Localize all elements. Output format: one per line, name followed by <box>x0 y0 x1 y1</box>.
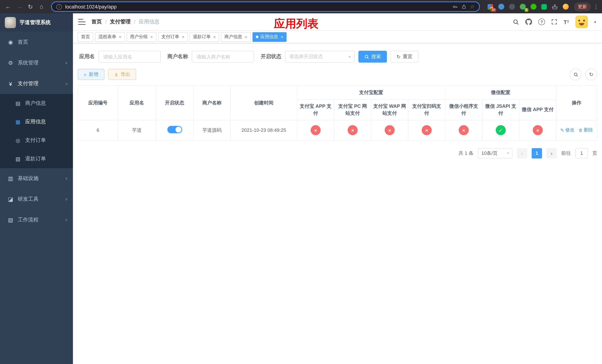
toolbox-icon: ◪ <box>7 196 14 203</box>
tab-pay-orders[interactable]: 支付订单× <box>158 32 188 42</box>
sidebar-item-workflow[interactable]: ▨ 工作流程 > <box>0 210 73 230</box>
extension-grid-icon[interactable]: 10 <box>487 3 494 10</box>
reset-button[interactable]: ↻ 重置 <box>391 51 418 63</box>
show-search-toggle-button[interactable] <box>570 68 582 80</box>
delete-link-label: 删除 <box>584 127 593 133</box>
tab-process-form[interactable]: 流程表单× <box>95 32 125 42</box>
app-name-input[interactable] <box>98 51 161 63</box>
extension-wechat-icon[interactable] <box>530 3 537 10</box>
browser-menu-icon[interactable]: ⋮ <box>593 3 599 10</box>
extension-green-avatar-icon[interactable]: 1 <box>519 3 526 10</box>
grid-icon: ▦ <box>15 119 21 125</box>
tab-user-group[interactable]: 用户分组× <box>127 32 156 42</box>
sidebar-item-label: 研发工具 <box>18 196 39 203</box>
close-icon[interactable]: × <box>281 34 283 39</box>
browser-home-button[interactable]: ⌂ <box>36 1 47 12</box>
dashboard-icon: ◉ <box>7 39 14 45</box>
app-logo-row[interactable]: 芋道管理系统 <box>0 13 73 32</box>
share-icon[interactable] <box>462 4 467 9</box>
sidebar-item-system[interactable]: ⚙ 系统管理 > <box>0 53 73 73</box>
extension-badge-small: 1 <box>525 8 528 12</box>
breadcrumb-payment[interactable]: 支付管理 <box>110 19 131 25</box>
extensions-puzzle-icon[interactable] <box>552 3 558 10</box>
status-label: 开启状态 <box>261 53 281 60</box>
extension-green-square-icon[interactable] <box>541 3 547 10</box>
bookmark-star-icon[interactable]: ☆ <box>470 4 475 10</box>
sidebar-item-dev-tools[interactable]: ◪ 研发工具 > <box>0 189 73 210</box>
status-select[interactable]: 请选择开启状态 ▾ <box>285 51 355 63</box>
browser-toolbar: ← → ↻ ⌂ i localhost:1024/pay/app ☆ 10 <box>0 0 602 13</box>
extension-blue-icon[interactable] <box>498 3 504 10</box>
refresh-table-button[interactable]: ↻ <box>585 68 597 80</box>
next-page-button[interactable]: › <box>547 148 557 158</box>
page-content: 应用名 商户名称 开启状态 请选择开启状态 ▾ 搜索 ↻ 重 <box>73 43 602 364</box>
close-icon[interactable]: × <box>150 34 153 39</box>
export-button[interactable]: 导出 <box>108 69 136 80</box>
app-name-label: 应用名 <box>79 53 95 60</box>
extension-emoji-icon[interactable] <box>562 3 569 10</box>
browser-refresh-button[interactable]: ↻ <box>25 1 35 12</box>
breadcrumb-separator: / <box>105 19 107 25</box>
sidebar-collapse-icon[interactable] <box>78 19 86 25</box>
tab-refund-orders[interactable]: 退款订单× <box>190 32 219 42</box>
edit-link-label: 修改 <box>565 127 574 133</box>
breadcrumb-home[interactable]: 首页 <box>91 19 102 25</box>
sidebar-item-payment[interactable]: ¥ 支付管理 > <box>0 73 73 94</box>
close-icon[interactable]: × <box>182 34 184 39</box>
user-avatar[interactable] <box>575 16 588 28</box>
sidebar-item-home[interactable]: ◉ 首页 <box>0 32 73 53</box>
goto-label: 前往 <box>561 150 571 156</box>
cell-app-id: 6 <box>78 120 118 140</box>
browser-update-button[interactable]: 更新 <box>574 2 591 11</box>
extension-dark-icon[interactable] <box>509 3 515 10</box>
goto-page-input[interactable] <box>575 148 588 158</box>
search-button[interactable]: 搜索 <box>358 51 387 63</box>
close-icon[interactable]: × <box>245 34 247 39</box>
current-page-button[interactable]: 1 <box>532 148 542 158</box>
sidebar-item-merchant-info[interactable]: ▤ 商户信息 <box>0 94 73 113</box>
delete-link[interactable]: 删除 <box>578 127 593 133</box>
sidebar-item-refund-orders[interactable]: ▧ 退款订单 <box>0 150 73 168</box>
help-icon[interactable]: ? <box>538 19 545 25</box>
close-icon[interactable]: × <box>119 34 121 39</box>
status-select-placeholder: 请选择开启状态 <box>289 53 323 60</box>
pagination: 共 1 条 10条/页 ▾ ‹ 1 › 前往 页 <box>78 148 597 158</box>
search-button-label: 搜索 <box>371 53 381 60</box>
close-icon[interactable]: × <box>213 34 216 39</box>
cell-alipay-wap: × <box>371 120 408 140</box>
fullscreen-icon[interactable] <box>551 19 557 25</box>
status-cross-icon: × <box>422 125 432 135</box>
filter-form: 应用名 商户名称 开启状态 请选择开启状态 ▾ 搜索 ↻ 重 <box>78 51 597 63</box>
github-icon[interactable] <box>526 19 532 25</box>
password-key-icon[interactable] <box>453 4 458 10</box>
sidebar-item-app-info[interactable]: ▦ 应用信息 <box>0 113 73 131</box>
tab-home[interactable]: 首页 <box>78 32 93 42</box>
edit-link[interactable]: ✎修改 <box>560 127 575 133</box>
extensions-area: 10 1 <box>487 3 569 10</box>
sidebar-item-infrastructure[interactable]: ▥ 基础设施 > <box>0 168 73 189</box>
browser-forward-button[interactable]: → <box>14 1 24 12</box>
browser-back-button[interactable]: ← <box>3 1 13 12</box>
merchant-name-input[interactable] <box>192 51 254 63</box>
navbar-actions: ? TT ▾ <box>513 16 596 28</box>
tab-label: 用户分组 <box>130 34 148 40</box>
sidebar-item-pay-orders[interactable]: ◎ 支付订单 <box>0 131 73 150</box>
site-info-icon[interactable]: i <box>56 4 62 10</box>
status-cross-icon: × <box>348 125 358 135</box>
tab-app-info[interactable]: 应用信息× <box>252 32 287 42</box>
add-button[interactable]: + 新增 <box>78 69 104 80</box>
font-size-icon[interactable]: TT <box>564 19 569 25</box>
status-toggle[interactable] <box>167 126 182 133</box>
user-menu-caret-icon[interactable]: ▾ <box>594 20 596 24</box>
chevron-down-icon: ▾ <box>349 54 351 59</box>
tab-label: 流程表单 <box>98 34 116 40</box>
url-text[interactable]: localhost:1024/pay/app <box>65 4 449 10</box>
chevron-down-icon: > <box>64 198 69 200</box>
tab-merchant-info[interactable]: 商户信息× <box>221 32 251 42</box>
prev-page-button[interactable]: ‹ <box>517 148 527 158</box>
col-app-id: 应用编号 <box>78 86 118 120</box>
search-icon[interactable] <box>513 19 519 25</box>
page-size-select[interactable]: 10条/页 ▾ <box>478 148 512 158</box>
sidebar-item-label: 应用信息 <box>25 118 46 125</box>
address-bar[interactable]: i localhost:1024/pay/app ☆ <box>51 1 480 12</box>
